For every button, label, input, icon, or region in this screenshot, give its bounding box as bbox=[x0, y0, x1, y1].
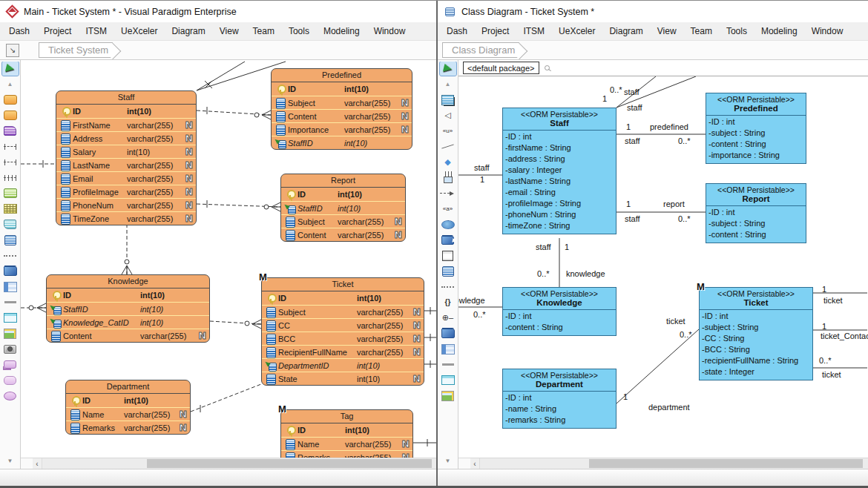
dependency-tool[interactable] bbox=[440, 186, 456, 200]
table-column-row[interactable]: Remarks varchar(255) N bbox=[281, 450, 412, 458]
rectangle-tool[interactable] bbox=[440, 373, 456, 387]
magnifier-icon[interactable] bbox=[545, 65, 550, 70]
table-column-row[interactable]: CC varchar(255) N bbox=[262, 318, 424, 332]
collapse-corner-button[interactable]: ↘ bbox=[6, 44, 19, 57]
class-staff[interactable]: <<ORM Persistable>> Staff -ID : int-firs… bbox=[502, 108, 617, 234]
menu-item[interactable]: ITSM bbox=[85, 26, 107, 36]
table-column-row[interactable]: StaffID int(10) bbox=[47, 302, 209, 315]
table-column-row[interactable]: PhoneNum varchar(255) N bbox=[56, 198, 196, 211]
menu-item[interactable]: UeXceler bbox=[121, 26, 157, 36]
class-knowledge[interactable]: <<ORM Persistable>> Knowledge -ID : int-… bbox=[502, 287, 617, 336]
one-to-one-relationship-tool[interactable] bbox=[2, 139, 19, 154]
table-column-row[interactable]: Subject varchar(255) N bbox=[281, 214, 405, 228]
table-column-row[interactable]: Content varchar(255) N bbox=[272, 109, 412, 122]
pointer-tool[interactable] bbox=[440, 62, 456, 76]
dotted-separator[interactable] bbox=[440, 280, 456, 294]
scroll-up-icon[interactable]: ▲ bbox=[2, 77, 19, 91]
table-column-row[interactable]: ProfileImage varchar(255) N bbox=[56, 185, 196, 198]
scroll-left-button[interactable]: ‹ bbox=[470, 458, 480, 469]
table-column-row[interactable]: LastName varchar(255) N bbox=[56, 158, 196, 171]
table-column-row[interactable]: Address varchar(255) N bbox=[56, 131, 196, 145]
table-column-row[interactable]: Importance varchar(255) N bbox=[272, 122, 412, 136]
title-bar[interactable]: Class Diagram - Ticket System * bbox=[438, 1, 868, 22]
menu-item[interactable]: Modeling bbox=[761, 26, 798, 36]
table-column-row[interactable]: Knowledge_CatID int(10) bbox=[47, 315, 209, 329]
scrollbar-track[interactable] bbox=[480, 458, 868, 469]
subsystem-tool[interactable] bbox=[440, 233, 456, 247]
class-diagram-canvas[interactable]: <default package> bbox=[458, 60, 868, 458]
table-column-row[interactable]: ID int(10) bbox=[262, 291, 424, 305]
scrollbar-track[interactable] bbox=[42, 458, 436, 469]
table-record-tool[interactable] bbox=[2, 202, 19, 216]
dotted-separator[interactable] bbox=[2, 248, 19, 263]
generalization-tool[interactable] bbox=[440, 108, 456, 122]
view-tool[interactable] bbox=[2, 124, 19, 138]
table-column-row[interactable]: Name varchar(255) N bbox=[281, 437, 412, 450]
entity-parent-tool[interactable] bbox=[2, 108, 19, 122]
menu-item[interactable]: Tools bbox=[289, 26, 309, 36]
class-report[interactable]: <<ORM Persistable>> Report -ID : int-sub… bbox=[706, 183, 806, 243]
erd-canvas[interactable]: Staff ID int(10) bbox=[21, 60, 436, 458]
erd-table-ticket[interactable]: M Ticket ID int(10) bbox=[261, 277, 424, 386]
menu-item[interactable]: Team bbox=[253, 26, 274, 36]
table-column-row[interactable]: Subject varchar(255) N bbox=[262, 305, 424, 318]
constraint-tool[interactable]: {} bbox=[440, 295, 456, 309]
table-column-row[interactable]: FirstName varchar(255) N bbox=[56, 118, 196, 131]
one-to-many-relationship-tool[interactable] bbox=[2, 155, 19, 169]
table-column-row[interactable]: BCC varchar(255) N bbox=[262, 332, 424, 345]
breadcrumb-tab[interactable]: Class Diagram bbox=[442, 42, 519, 58]
table-column-row[interactable]: StaffID int(10) bbox=[272, 136, 412, 149]
menu-item[interactable]: Diagram bbox=[171, 26, 205, 36]
database-view-tool[interactable] bbox=[2, 233, 19, 247]
table-column-row[interactable]: TimeZone varchar(255) N bbox=[56, 211, 196, 225]
menu-item[interactable]: Dash bbox=[447, 26, 467, 36]
erd-table-report[interactable]: Report ID int(10) bbox=[280, 174, 406, 242]
menu-item[interactable]: Project bbox=[44, 26, 71, 36]
menu-item[interactable]: Diagram bbox=[609, 26, 642, 36]
scrollbar-thumb[interactable] bbox=[589, 459, 863, 468]
diagram-overview-tool[interactable] bbox=[2, 280, 19, 294]
toolbox-scroll-down-icon[interactable]: ▼ bbox=[445, 458, 451, 469]
diagram-overview-tool[interactable] bbox=[440, 342, 456, 356]
menu-item[interactable]: Team bbox=[691, 26, 712, 36]
menu-item[interactable]: UeXceler bbox=[559, 26, 595, 36]
model-tool[interactable] bbox=[440, 217, 456, 231]
table-column-row[interactable]: Subject varchar(255) N bbox=[272, 96, 412, 109]
table-column-row[interactable]: ID int(10) bbox=[281, 188, 405, 201]
stored-procedure-tool[interactable] bbox=[2, 217, 19, 231]
class-ticket[interactable]: M <<ORM Persistable>> Ticket -ID : int-s… bbox=[699, 287, 813, 380]
rounded-rectangle-tool[interactable] bbox=[2, 373, 19, 387]
package-selector[interactable]: <default package> bbox=[463, 62, 539, 74]
table-column-row[interactable]: RecipientFullName varchar(255) N bbox=[262, 345, 424, 358]
erd-table-predefined[interactable]: Predefined ID int(10) bbox=[271, 68, 412, 150]
table-column-row[interactable]: Salary int(10) N bbox=[56, 145, 196, 158]
many-to-many-relationship-tool[interactable] bbox=[2, 171, 19, 185]
aggregation-tool[interactable]: ◆ bbox=[440, 155, 456, 169]
table-column-row[interactable]: ID int(10) bbox=[272, 82, 412, 96]
table-column-row[interactable]: Name varchar(255) N bbox=[66, 407, 190, 421]
class-tool[interactable] bbox=[440, 93, 456, 107]
menu-item[interactable]: Modeling bbox=[323, 26, 360, 36]
package-tool[interactable] bbox=[2, 264, 19, 278]
pointer-tool[interactable] bbox=[2, 62, 19, 76]
table-column-row[interactable]: Content varchar(255) N bbox=[47, 329, 209, 342]
table-column-row[interactable]: Content varchar(255) N bbox=[281, 228, 405, 241]
sequence-tool[interactable] bbox=[2, 186, 19, 200]
menu-item[interactable]: Dash bbox=[9, 26, 30, 36]
containment-tool[interactable] bbox=[440, 171, 456, 185]
title-bar[interactable]: Main - Ticket System * - Visual Paradigm… bbox=[0, 1, 436, 22]
oval-tool[interactable] bbox=[2, 389, 19, 403]
table-column-row[interactable]: State int(10) N bbox=[262, 372, 424, 385]
scrollbar-thumb[interactable] bbox=[147, 459, 432, 468]
menu-item[interactable]: View bbox=[657, 26, 677, 36]
separator[interactable] bbox=[440, 357, 456, 372]
table-column-row[interactable]: Remarks varchar(255) N bbox=[66, 421, 190, 434]
table-column-row[interactable]: ID int(10) bbox=[47, 288, 209, 302]
table-column-row[interactable]: ID int(10) bbox=[66, 394, 190, 407]
scroll-left-button[interactable]: ‹ bbox=[33, 458, 42, 469]
table-column-row[interactable]: Email varchar(255) N bbox=[56, 171, 196, 185]
menu-item[interactable]: ITSM bbox=[523, 26, 545, 36]
component-tool[interactable] bbox=[440, 248, 456, 263]
menu-item[interactable]: Window bbox=[812, 26, 844, 36]
screen-capture-tool[interactable] bbox=[2, 342, 19, 356]
